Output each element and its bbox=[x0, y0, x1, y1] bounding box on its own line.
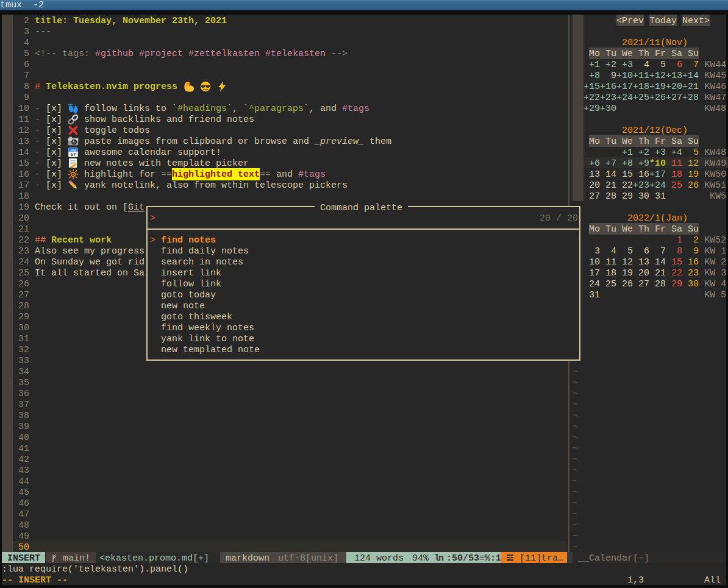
svg-text:July: July bbox=[70, 148, 76, 152]
svg-text:17: 17 bbox=[71, 152, 76, 157]
